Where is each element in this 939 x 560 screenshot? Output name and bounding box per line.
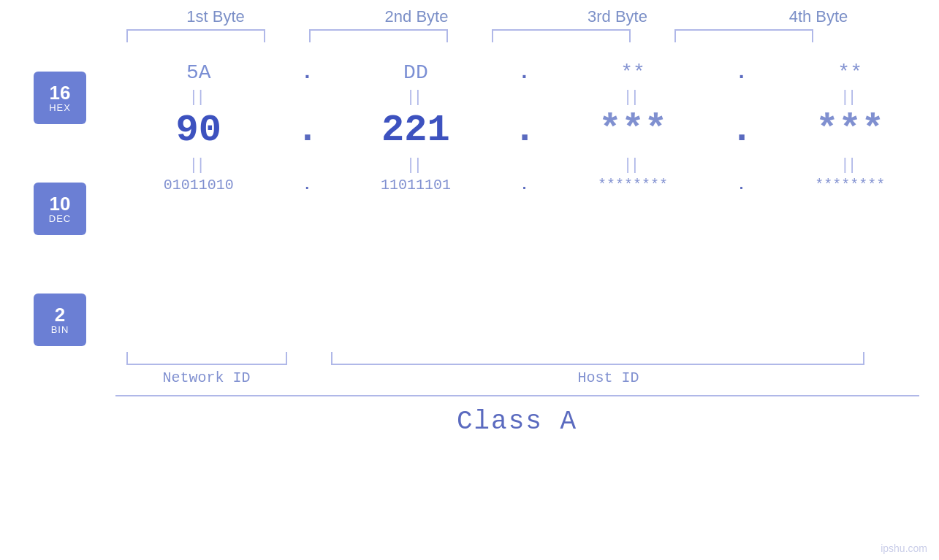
eq2-b2: || — [335, 155, 496, 174]
bin-b2: 11011101 — [335, 177, 496, 193]
bottom-bracket-host — [331, 352, 864, 365]
hex-value-row: 5A . DD . ** . ** — [110, 61, 939, 84]
dec-b2: 221 — [335, 109, 496, 152]
bin-value-row: 01011010 . 11011101 . ******** . *******… — [110, 177, 939, 193]
main-container: 1st Byte 2nd Byte 3rd Byte 4th Byte 16 H… — [0, 0, 939, 560]
dec-badge-number: 10 — [50, 194, 71, 213]
bin-badge-number: 2 — [55, 305, 65, 324]
dec-b3: *** — [552, 109, 713, 152]
byte4-header: 4th Byte — [738, 7, 899, 26]
bracket-byte3 — [492, 29, 631, 42]
dec-b1: 90 — [118, 109, 279, 152]
values-grid: 5A . DD . ** . ** || || || || — [110, 50, 939, 346]
hex-b2: DD — [335, 61, 496, 84]
eq1-b2: || — [335, 87, 496, 106]
class-section: Class A — [115, 395, 919, 437]
bracket-byte1 — [126, 29, 265, 42]
hex-badge-label: HEX — [49, 102, 71, 113]
hex-badge-number: 16 — [50, 83, 71, 102]
eq2-b4: || — [769, 155, 930, 174]
equals-row-2: || || || || — [110, 155, 939, 174]
byte3-header: 3rd Byte — [537, 7, 698, 26]
host-id-label: Host ID — [298, 369, 919, 386]
bracket-byte2 — [309, 29, 448, 42]
byte-headers: 1st Byte 2nd Byte 3rd Byte 4th Byte — [115, 7, 919, 26]
content-area: 16 HEX 10 DEC 2 BIN 5A . DD . — [0, 50, 939, 346]
bin-dot1: . — [296, 177, 318, 193]
top-brackets — [115, 29, 919, 42]
watermark: ipshu.com — [881, 542, 927, 554]
bin-dot3: . — [731, 177, 753, 193]
byte2-header: 2nd Byte — [336, 7, 497, 26]
bin-badge: 2 BIN — [34, 294, 86, 346]
dec-b4: *** — [769, 109, 930, 152]
bin-b1: 01011010 — [118, 177, 279, 193]
equals-row-1: || || || || — [110, 87, 939, 106]
dec-badge: 10 DEC — [34, 183, 86, 235]
eq2-b1: || — [118, 155, 279, 174]
bottom-brackets — [115, 352, 919, 365]
hex-dot1: . — [296, 61, 318, 84]
bin-b3: ******** — [552, 177, 713, 193]
eq1-b3: || — [552, 87, 713, 106]
eq2-b3: || — [552, 155, 713, 174]
rows-wrapper: 5A . DD . ** . ** || || || || — [110, 50, 939, 198]
dec-dot1: . — [296, 109, 318, 152]
bottom-labels: Network ID Host ID — [115, 369, 919, 386]
bracket-byte4 — [674, 29, 813, 42]
bottom-bracket-network — [126, 352, 287, 365]
network-id-label: Network ID — [115, 369, 298, 386]
bin-badge-label: BIN — [51, 324, 69, 335]
dec-dot2: . — [513, 109, 535, 152]
dec-badge-label: DEC — [49, 213, 71, 224]
hex-b4: ** — [769, 61, 930, 84]
hex-b1: 5A — [118, 61, 279, 84]
hex-badge: 16 HEX — [34, 72, 86, 124]
hex-b3: ** — [552, 61, 713, 84]
hex-dot2: . — [513, 61, 535, 84]
dec-dot3: . — [731, 109, 753, 152]
badges-column: 16 HEX 10 DEC 2 BIN — [0, 50, 110, 346]
class-label: Class A — [457, 407, 577, 437]
eq1-b1: || — [118, 87, 279, 106]
bin-dot2: . — [513, 177, 535, 193]
bottom-section: Network ID Host ID — [115, 352, 919, 386]
hex-dot3: . — [731, 61, 753, 84]
eq1-b4: || — [769, 87, 930, 106]
bin-b4: ******** — [769, 177, 930, 193]
byte1-header: 1st Byte — [135, 7, 296, 26]
dec-value-row: 90 . 221 . *** . *** — [110, 109, 939, 152]
